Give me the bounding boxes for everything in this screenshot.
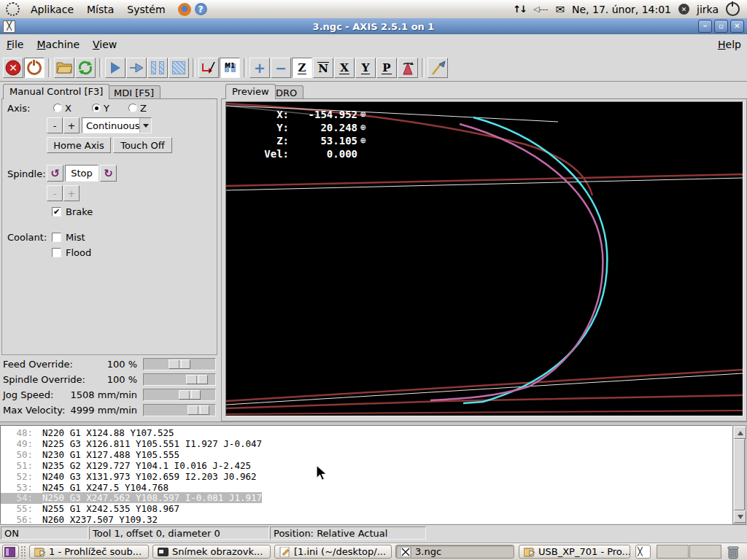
gcode-line[interactable]: 52:N240 G3 X131.973 Y102.659 I2.203 J0.9…	[1, 472, 732, 483]
mist-label[interactable]: Mist	[66, 232, 85, 243]
username[interactable]: jirka	[697, 4, 719, 15]
estop-button[interactable]: ✕	[3, 58, 23, 78]
touch-off-button[interactable]: Touch Off	[113, 137, 172, 153]
applications-menu[interactable]: Aplikace	[24, 4, 80, 15]
close-button[interactable]: ✕	[730, 20, 744, 33]
gcode-line[interactable]: 51:N235 G2 X129.727 Y104.1 I0.016 J-2.42…	[1, 461, 732, 472]
spindle-stop-button[interactable]: Stop	[65, 165, 98, 182]
menu-file[interactable]: File	[0, 36, 30, 53]
reload-button[interactable]	[75, 58, 96, 78]
task-axis[interactable]: 3.ngc	[395, 545, 514, 559]
jog-minus-button[interactable]: -	[47, 117, 63, 133]
view-rotated-top-button[interactable]: N	[313, 58, 333, 78]
spindle-ccw-button[interactable]: ↺	[47, 165, 63, 182]
radio-axis-x-label[interactable]: X	[65, 103, 71, 114]
jog-plus-button[interactable]: +	[63, 117, 80, 133]
menu-view[interactable]: View	[86, 36, 123, 53]
tab-manual-control[interactable]: Manual Control [F3]	[3, 84, 109, 99]
firefox-launcher-icon[interactable]	[178, 3, 191, 16]
feed-override-slider[interactable]	[143, 358, 216, 370]
places-menu[interactable]: Místa	[80, 4, 120, 15]
task-text-editor[interactable]: [1.ini (~/desktop/...	[274, 545, 392, 559]
task-file-browser[interactable]: 1 - Prohlížeč soub...	[29, 545, 149, 559]
step-button[interactable]	[126, 58, 147, 78]
window-titlebar[interactable]: 3.ngc - AXIS 2.5.1 on 1 ╳ – ▫ ✕	[0, 18, 747, 34]
flood-label[interactable]: Flood	[66, 247, 91, 258]
tab-mdi[interactable]: MDI [F5]	[107, 85, 160, 99]
shutdown-icon[interactable]	[726, 2, 740, 16]
menu-machine[interactable]: Machine	[30, 36, 86, 53]
gcode-line[interactable]: 50:N230 G1 X127.488 Y105.555	[1, 450, 732, 461]
mist-checkbox[interactable]	[52, 233, 61, 242]
gcode-line[interactable]: 53:N245 G1 X247.5 Y104.768	[1, 483, 732, 494]
ubuntu-logo-icon[interactable]	[6, 2, 20, 16]
scroll-up-arrow[interactable]	[734, 427, 746, 439]
slider-handle[interactable]	[187, 405, 209, 415]
gcode-line[interactable]: 49:N225 G3 X126.811 Y105.551 I1.927 J-0.…	[1, 439, 732, 450]
jog-speed-slider[interactable]	[143, 389, 216, 401]
brake-label[interactable]: Brake	[66, 206, 93, 217]
mail-icon[interactable]: ✉	[555, 3, 565, 16]
taskbar-handle[interactable]	[20, 545, 26, 559]
radio-axis-x[interactable]	[53, 104, 62, 112]
gcode-line[interactable]: 56:N260 X237.507 Y109.32	[1, 515, 732, 524]
zoom-out-button[interactable]: −	[271, 58, 291, 78]
scroll-thumb[interactable]	[734, 439, 745, 510]
zoom-in-button[interactable]: +	[249, 58, 270, 78]
rotate-view-button[interactable]	[398, 58, 418, 78]
user-status-icon[interactable]: ✕	[678, 4, 689, 15]
network-icon[interactable]: ↑↓	[513, 4, 526, 15]
clock[interactable]: Ne, 17. únor, 14:01	[572, 4, 671, 15]
skip-lines-button[interactable]	[198, 58, 219, 78]
spindle-override-slider[interactable]	[143, 373, 216, 386]
flood-checkbox[interactable]	[52, 248, 61, 257]
gcode-listing[interactable]: 48:N220 G1 X124.88 Y107.525 49:N225 G3 X…	[0, 425, 732, 524]
optional-pause-button[interactable]: M1	[220, 58, 240, 78]
workspace-1[interactable]	[657, 545, 689, 559]
tab-preview[interactable]: Preview	[225, 84, 276, 99]
help-launcher-icon[interactable]: ?	[195, 3, 207, 15]
jog-mode-select[interactable]: Continuous	[82, 117, 152, 133]
workspace-2[interactable]	[689, 545, 721, 559]
spindle-override-value: 100 %	[107, 374, 137, 385]
menu-help[interactable]: Help	[711, 36, 747, 53]
view-side-button[interactable]: X	[334, 58, 355, 78]
view-front-button[interactable]: Y	[355, 58, 376, 78]
machine-power-button[interactable]	[24, 58, 44, 78]
gcode-line-selected[interactable]: 54:N250 G3 X247.562 Y108.597 I-0.081 J1.…	[1, 493, 732, 504]
preview-canvas[interactable]: X:-154.952⊕ Y:20.248⊕ Z:53.105⊕ Vel:0.00…	[225, 101, 743, 416]
max-velocity-slider[interactable]	[143, 404, 216, 416]
radio-axis-z[interactable]	[128, 104, 137, 112]
pause-button[interactable]	[147, 58, 168, 78]
dro-vel-value: 0.000	[289, 147, 357, 160]
slider-handle[interactable]	[169, 359, 190, 369]
scroll-down-arrow[interactable]	[734, 510, 746, 523]
volume-muted-icon[interactable]: ◁---	[533, 4, 548, 14]
gcode-scrollbar[interactable]	[732, 425, 746, 524]
chevron-down-icon[interactable]	[139, 118, 151, 133]
clear-plot-button[interactable]	[427, 58, 448, 78]
task-screenshot[interactable]: Snímek obrazovk...	[152, 545, 271, 559]
task-usb-window[interactable]: USB_XP_701 - Pro...	[519, 545, 630, 559]
stop-button[interactable]	[169, 58, 189, 78]
home-axis-button[interactable]: Home Axis	[47, 137, 111, 153]
gcode-line[interactable]: 48:N220 G1 X124.88 Y107.525	[1, 428, 732, 439]
maximize-button[interactable]: ▫	[714, 20, 728, 33]
view-perspective-button[interactable]: P	[376, 58, 397, 78]
spindle-cw-button[interactable]: ↻	[100, 165, 117, 182]
view-top-button[interactable]: Z	[292, 58, 312, 78]
open-file-button[interactable]	[54, 58, 74, 78]
radio-axis-z-label[interactable]: Z	[140, 103, 147, 114]
run-button[interactable]	[105, 58, 125, 78]
system-menu[interactable]: Systém	[120, 4, 171, 15]
slider-handle[interactable]	[186, 375, 208, 384]
minimize-button[interactable]: –	[698, 20, 712, 33]
gcode-line[interactable]: 55:N255 G1 X242.535 Y108.967	[1, 504, 732, 515]
radio-axis-y[interactable]	[92, 104, 101, 112]
show-desktop-button[interactable]	[2, 545, 19, 559]
brake-checkbox[interactable]: ✔	[52, 207, 61, 217]
radio-axis-y-label[interactable]: Y	[104, 103, 109, 114]
tray-axis-icon[interactable]: ╳	[635, 545, 651, 559]
slider-handle[interactable]	[179, 390, 201, 400]
trash-icon[interactable]	[725, 544, 741, 560]
